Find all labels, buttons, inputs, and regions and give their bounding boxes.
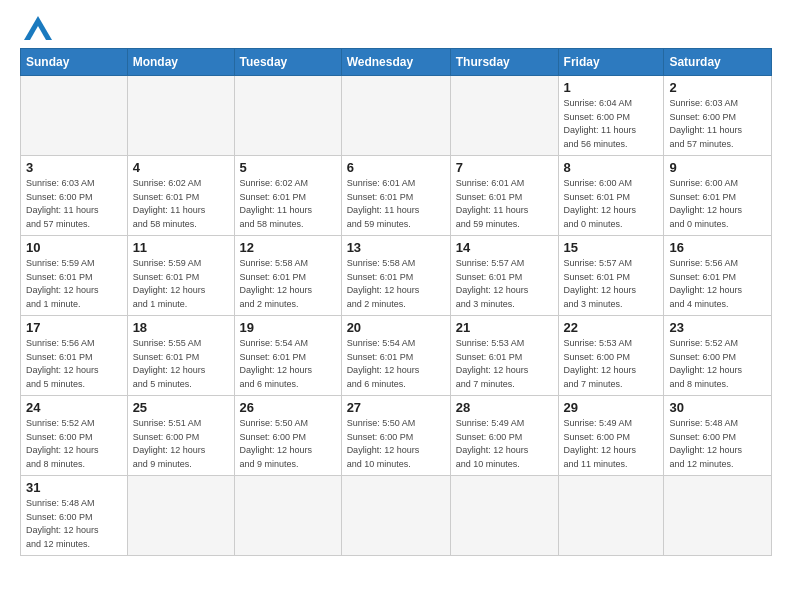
- day-info: Sunrise: 5:49 AM Sunset: 6:00 PM Dayligh…: [564, 417, 659, 471]
- day-info: Sunrise: 5:49 AM Sunset: 6:00 PM Dayligh…: [456, 417, 553, 471]
- day-number: 26: [240, 400, 336, 415]
- day-number: 29: [564, 400, 659, 415]
- day-info: Sunrise: 6:03 AM Sunset: 6:00 PM Dayligh…: [26, 177, 122, 231]
- day-info: Sunrise: 5:53 AM Sunset: 6:00 PM Dayligh…: [564, 337, 659, 391]
- day-number: 12: [240, 240, 336, 255]
- day-info: Sunrise: 5:50 AM Sunset: 6:00 PM Dayligh…: [347, 417, 445, 471]
- day-number: 31: [26, 480, 122, 495]
- day-number: 28: [456, 400, 553, 415]
- weekday-header-tuesday: Tuesday: [234, 49, 341, 76]
- calendar-cell: [21, 76, 128, 156]
- calendar-week-row: 17Sunrise: 5:56 AM Sunset: 6:01 PM Dayli…: [21, 316, 772, 396]
- day-number: 3: [26, 160, 122, 175]
- calendar-cell: 6Sunrise: 6:01 AM Sunset: 6:01 PM Daylig…: [341, 156, 450, 236]
- day-number: 5: [240, 160, 336, 175]
- calendar-week-row: 31Sunrise: 5:48 AM Sunset: 6:00 PM Dayli…: [21, 476, 772, 556]
- day-info: Sunrise: 6:01 AM Sunset: 6:01 PM Dayligh…: [347, 177, 445, 231]
- day-number: 25: [133, 400, 229, 415]
- calendar-cell: 7Sunrise: 6:01 AM Sunset: 6:01 PM Daylig…: [450, 156, 558, 236]
- day-number: 15: [564, 240, 659, 255]
- calendar-cell: 12Sunrise: 5:58 AM Sunset: 6:01 PM Dayli…: [234, 236, 341, 316]
- day-number: 11: [133, 240, 229, 255]
- day-info: Sunrise: 6:02 AM Sunset: 6:01 PM Dayligh…: [240, 177, 336, 231]
- day-number: 20: [347, 320, 445, 335]
- calendar-cell: [664, 476, 772, 556]
- calendar-cell: [341, 476, 450, 556]
- weekday-header-sunday: Sunday: [21, 49, 128, 76]
- day-info: Sunrise: 5:54 AM Sunset: 6:01 PM Dayligh…: [240, 337, 336, 391]
- day-number: 13: [347, 240, 445, 255]
- calendar-cell: 27Sunrise: 5:50 AM Sunset: 6:00 PM Dayli…: [341, 396, 450, 476]
- day-number: 17: [26, 320, 122, 335]
- day-info: Sunrise: 5:58 AM Sunset: 6:01 PM Dayligh…: [240, 257, 336, 311]
- day-number: 1: [564, 80, 659, 95]
- day-info: Sunrise: 6:03 AM Sunset: 6:00 PM Dayligh…: [669, 97, 766, 151]
- calendar-cell: 10Sunrise: 5:59 AM Sunset: 6:01 PM Dayli…: [21, 236, 128, 316]
- day-info: Sunrise: 5:56 AM Sunset: 6:01 PM Dayligh…: [26, 337, 122, 391]
- day-number: 14: [456, 240, 553, 255]
- day-info: Sunrise: 5:59 AM Sunset: 6:01 PM Dayligh…: [133, 257, 229, 311]
- day-number: 7: [456, 160, 553, 175]
- calendar-cell: 21Sunrise: 5:53 AM Sunset: 6:01 PM Dayli…: [450, 316, 558, 396]
- calendar-cell: 5Sunrise: 6:02 AM Sunset: 6:01 PM Daylig…: [234, 156, 341, 236]
- day-number: 2: [669, 80, 766, 95]
- day-info: Sunrise: 5:48 AM Sunset: 6:00 PM Dayligh…: [26, 497, 122, 551]
- logo-area: [20, 16, 52, 40]
- day-info: Sunrise: 6:04 AM Sunset: 6:00 PM Dayligh…: [564, 97, 659, 151]
- day-info: Sunrise: 5:59 AM Sunset: 6:01 PM Dayligh…: [26, 257, 122, 311]
- calendar-cell: 9Sunrise: 6:00 AM Sunset: 6:01 PM Daylig…: [664, 156, 772, 236]
- calendar-cell: 4Sunrise: 6:02 AM Sunset: 6:01 PM Daylig…: [127, 156, 234, 236]
- day-number: 6: [347, 160, 445, 175]
- calendar-table: SundayMondayTuesdayWednesdayThursdayFrid…: [20, 48, 772, 556]
- day-info: Sunrise: 5:57 AM Sunset: 6:01 PM Dayligh…: [456, 257, 553, 311]
- weekday-header-monday: Monday: [127, 49, 234, 76]
- calendar-cell: 1Sunrise: 6:04 AM Sunset: 6:00 PM Daylig…: [558, 76, 664, 156]
- calendar-cell: [234, 76, 341, 156]
- day-info: Sunrise: 6:00 AM Sunset: 6:01 PM Dayligh…: [669, 177, 766, 231]
- day-number: 8: [564, 160, 659, 175]
- calendar-week-row: 10Sunrise: 5:59 AM Sunset: 6:01 PM Dayli…: [21, 236, 772, 316]
- calendar-week-row: 24Sunrise: 5:52 AM Sunset: 6:00 PM Dayli…: [21, 396, 772, 476]
- logo-icon: [24, 16, 52, 40]
- day-info: Sunrise: 5:54 AM Sunset: 6:01 PM Dayligh…: [347, 337, 445, 391]
- day-number: 30: [669, 400, 766, 415]
- calendar-cell: 31Sunrise: 5:48 AM Sunset: 6:00 PM Dayli…: [21, 476, 128, 556]
- calendar-cell: [127, 76, 234, 156]
- calendar-cell: 18Sunrise: 5:55 AM Sunset: 6:01 PM Dayli…: [127, 316, 234, 396]
- calendar-cell: 16Sunrise: 5:56 AM Sunset: 6:01 PM Dayli…: [664, 236, 772, 316]
- calendar-cell: 17Sunrise: 5:56 AM Sunset: 6:01 PM Dayli…: [21, 316, 128, 396]
- calendar-cell: 26Sunrise: 5:50 AM Sunset: 6:00 PM Dayli…: [234, 396, 341, 476]
- day-info: Sunrise: 6:01 AM Sunset: 6:01 PM Dayligh…: [456, 177, 553, 231]
- day-info: Sunrise: 5:50 AM Sunset: 6:00 PM Dayligh…: [240, 417, 336, 471]
- calendar-cell: 30Sunrise: 5:48 AM Sunset: 6:00 PM Dayli…: [664, 396, 772, 476]
- calendar-cell: 8Sunrise: 6:00 AM Sunset: 6:01 PM Daylig…: [558, 156, 664, 236]
- weekday-header-wednesday: Wednesday: [341, 49, 450, 76]
- day-number: 22: [564, 320, 659, 335]
- calendar-cell: 24Sunrise: 5:52 AM Sunset: 6:00 PM Dayli…: [21, 396, 128, 476]
- day-number: 24: [26, 400, 122, 415]
- calendar-cell: [234, 476, 341, 556]
- day-info: Sunrise: 6:00 AM Sunset: 6:01 PM Dayligh…: [564, 177, 659, 231]
- day-info: Sunrise: 5:48 AM Sunset: 6:00 PM Dayligh…: [669, 417, 766, 471]
- calendar-cell: 2Sunrise: 6:03 AM Sunset: 6:00 PM Daylig…: [664, 76, 772, 156]
- calendar-week-row: 3Sunrise: 6:03 AM Sunset: 6:00 PM Daylig…: [21, 156, 772, 236]
- weekday-header-thursday: Thursday: [450, 49, 558, 76]
- calendar-cell: [341, 76, 450, 156]
- header: [20, 16, 772, 40]
- day-info: Sunrise: 5:55 AM Sunset: 6:01 PM Dayligh…: [133, 337, 229, 391]
- day-number: 9: [669, 160, 766, 175]
- day-info: Sunrise: 5:52 AM Sunset: 6:00 PM Dayligh…: [26, 417, 122, 471]
- day-number: 18: [133, 320, 229, 335]
- day-number: 4: [133, 160, 229, 175]
- day-number: 16: [669, 240, 766, 255]
- day-number: 27: [347, 400, 445, 415]
- calendar-cell: 22Sunrise: 5:53 AM Sunset: 6:00 PM Dayli…: [558, 316, 664, 396]
- calendar-cell: [127, 476, 234, 556]
- day-number: 21: [456, 320, 553, 335]
- day-info: Sunrise: 5:58 AM Sunset: 6:01 PM Dayligh…: [347, 257, 445, 311]
- day-info: Sunrise: 5:51 AM Sunset: 6:00 PM Dayligh…: [133, 417, 229, 471]
- day-info: Sunrise: 5:56 AM Sunset: 6:01 PM Dayligh…: [669, 257, 766, 311]
- day-number: 10: [26, 240, 122, 255]
- weekday-header-friday: Friday: [558, 49, 664, 76]
- calendar-cell: 3Sunrise: 6:03 AM Sunset: 6:00 PM Daylig…: [21, 156, 128, 236]
